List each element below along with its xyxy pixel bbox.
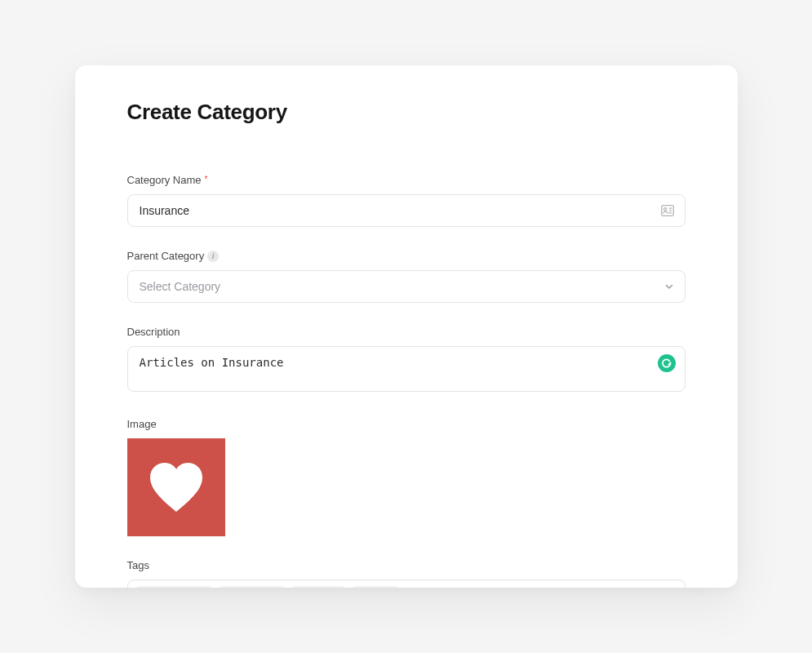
tag-chip: Insurance bbox=[135, 586, 213, 589]
label-text: Image bbox=[127, 418, 157, 430]
field-category-name: Category Name * bbox=[127, 174, 686, 227]
info-icon[interactable]: i bbox=[207, 251, 219, 262]
heart-icon bbox=[147, 461, 206, 513]
category-name-input[interactable] bbox=[127, 194, 686, 227]
grammarly-icon[interactable] bbox=[658, 354, 676, 372]
tag-chip: Life bbox=[351, 586, 400, 589]
description-textarea[interactable] bbox=[127, 346, 686, 392]
svg-point-1 bbox=[663, 208, 666, 211]
parent-category-select[interactable]: Select Category bbox=[127, 270, 686, 303]
label-category-name: Category Name * bbox=[127, 174, 686, 186]
field-parent-category: Parent Category i Select Category bbox=[127, 250, 686, 303]
label-text: Description bbox=[127, 326, 180, 338]
input-wrap-category-name bbox=[127, 194, 686, 227]
tag-chip: Term bbox=[291, 586, 346, 589]
field-description: Description bbox=[127, 326, 686, 395]
id-card-icon bbox=[661, 205, 674, 216]
label-tags: Tags bbox=[127, 559, 686, 571]
create-category-card: Create Category Category Name * Par bbox=[75, 65, 738, 588]
page-title: Create Category bbox=[127, 100, 686, 125]
field-image: Image bbox=[127, 418, 686, 536]
input-wrap-parent-category: Select Category bbox=[127, 270, 686, 303]
label-description: Description bbox=[127, 326, 686, 338]
label-text: Category Name bbox=[127, 174, 202, 186]
image-preview[interactable] bbox=[127, 438, 225, 536]
tag-chip: Medical bbox=[218, 586, 286, 589]
input-wrap-description bbox=[127, 346, 686, 395]
required-asterisk-icon: * bbox=[205, 175, 208, 184]
tags-input[interactable]: Insurance Medical Term Life bbox=[127, 580, 686, 588]
field-tags: Tags Insurance Medical Term bbox=[127, 559, 686, 588]
label-text: Tags bbox=[127, 559, 149, 571]
label-text: Parent Category bbox=[127, 250, 205, 262]
label-parent-category: Parent Category i bbox=[127, 250, 686, 262]
label-image: Image bbox=[127, 418, 686, 430]
